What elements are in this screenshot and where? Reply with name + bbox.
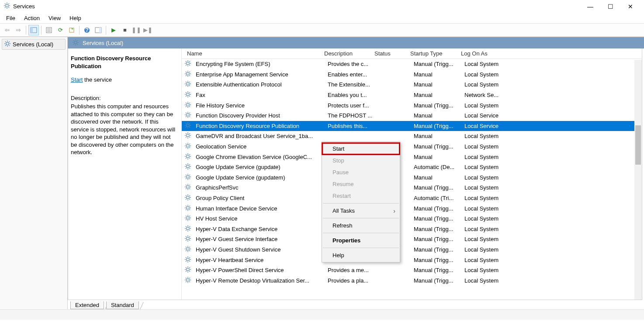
service-name: Hyper-V Heartbeat Service	[193, 256, 325, 264]
service-status	[375, 73, 411, 75]
service-row[interactable]: Function Discovery Provider HostThe FDPH…	[182, 110, 642, 121]
service-name: Hyper-V Guest Service Interface	[193, 235, 325, 243]
close-button[interactable]: ✕	[620, 0, 641, 13]
service-row[interactable]: File History ServiceProtects user f...Ma…	[182, 100, 642, 110]
col-status[interactable]: Status	[372, 49, 408, 58]
service-name: HV Host Service	[193, 214, 325, 223]
pause-service-button[interactable]: ❚❚	[131, 25, 142, 35]
ctx-all-tasks[interactable]: All Tasks	[322, 205, 400, 217]
back-button[interactable]: ⇦	[2, 25, 12, 35]
refresh-button[interactable]: ⟳	[55, 25, 66, 35]
service-row[interactable]: Hyper-V Heartbeat ServiceMonitors the ..…	[182, 255, 642, 265]
properties-button[interactable]	[44, 25, 54, 35]
service-row[interactable]: Encrypting File System (EFS)Provides the…	[182, 59, 642, 69]
gear-icon	[184, 245, 191, 254]
service-row[interactable]: Hyper-V PowerShell Direct ServiceProvide…	[182, 265, 642, 276]
tab-extended[interactable]: Extended	[70, 301, 104, 309]
minimize-button[interactable]: —	[580, 0, 600, 13]
service-desc: Provides a me...	[325, 266, 375, 274]
service-status	[375, 280, 411, 281]
gear-icon	[184, 256, 191, 264]
service-logon: Local System	[462, 101, 514, 110]
help-button[interactable]: ?	[82, 25, 92, 35]
gear-icon	[184, 225, 191, 233]
description-pane: Function Discovery Resource Publication …	[68, 48, 182, 300]
service-row[interactable]: Group Policy ClientgAutomatic (Tri...Loc…	[182, 193, 642, 204]
service-row[interactable]: GraphicsPerfSvcManual (Trigg...Local Sys…	[182, 183, 642, 193]
forward-button[interactable]: ⇨	[13, 25, 24, 35]
restart-service-button[interactable]: ▶❚	[142, 25, 153, 35]
start-service-button[interactable]: ▶	[108, 25, 119, 35]
ctx-resume: Resume	[322, 178, 400, 190]
menu-help[interactable]: Help	[65, 14, 86, 22]
service-row[interactable]: FaxEnables you t...ManualNetwork Se...	[182, 90, 642, 100]
service-name: Human Interface Device Service	[193, 204, 325, 213]
maximize-button[interactable]: ☐	[600, 0, 620, 13]
col-name[interactable]: Name	[182, 49, 322, 58]
service-name: Hyper-V Remote Desktop Virtualization Se…	[193, 276, 325, 285]
svg-rect-10	[31, 28, 33, 33]
gear-icon	[184, 163, 191, 171]
menu-file[interactable]: File	[2, 14, 20, 22]
ctx-properties[interactable]: Properties	[322, 235, 400, 246]
ctx-refresh[interactable]: Refresh	[322, 220, 400, 231]
show-hide-tree-button[interactable]	[28, 25, 39, 35]
stop-service-button[interactable]: ■	[120, 25, 130, 35]
view-tabs: Extended Standard	[68, 300, 644, 309]
service-startup: Manual (Trigg...	[411, 225, 462, 233]
service-row[interactable]: Function Discovery Resource PublicationP…	[182, 121, 642, 131]
start-link[interactable]: Start	[71, 76, 83, 83]
scroll-thumb[interactable]	[635, 125, 641, 165]
menu-action[interactable]: Action	[20, 14, 44, 22]
service-row[interactable]: Google Update Service (gupdatem)ManualLo…	[182, 173, 642, 183]
service-startup: Manual (Trigg...	[411, 142, 462, 151]
ctx-help[interactable]: Help	[322, 249, 400, 261]
description-body: Publishes this computer and resources at…	[71, 103, 177, 156]
show-hide-action-button[interactable]	[93, 25, 104, 35]
service-status	[375, 104, 411, 106]
service-row[interactable]: Enterprise App Management ServiceEnables…	[182, 69, 642, 80]
ctx-start[interactable]: Start	[322, 143, 400, 155]
service-row[interactable]: Hyper-V Guest Shutdown ServiceManual (Tr…	[182, 245, 642, 255]
service-row[interactable]: Human Interface Device ServiceManual (Tr…	[182, 203, 642, 214]
vertical-scrollbar[interactable]	[634, 60, 642, 300]
service-row[interactable]: Extensible Authentication ProtocolThe Ex…	[182, 79, 642, 90]
service-startup: Automatic (De...	[411, 163, 462, 171]
window-title: Services	[13, 3, 580, 10]
service-row[interactable]: Google Update Service (gupdate)Automatic…	[182, 162, 642, 173]
export-button[interactable]	[66, 25, 77, 35]
description-heading: Description:	[71, 94, 177, 102]
service-row[interactable]: Hyper-V Data Exchange ServiceManual (Tri…	[182, 224, 642, 235]
gear-icon	[184, 173, 191, 182]
gear-icon	[184, 266, 191, 274]
tree-root-label: Services (Local)	[13, 41, 53, 48]
tree-root[interactable]: Services (Local)	[2, 39, 66, 50]
service-row[interactable]: Geolocation ServicegManual (Trigg...Loca…	[182, 142, 642, 152]
service-logon: Local System	[462, 163, 514, 171]
service-row[interactable]: Google Chrome Elevation Service (GoogleC…	[182, 152, 642, 162]
col-startup[interactable]: Startup Type	[408, 49, 458, 58]
service-startup: Manual (Trigg...	[411, 60, 462, 68]
col-logon[interactable]: Log On As	[458, 49, 511, 58]
gear-icon	[184, 194, 191, 202]
service-startup: Manual (Trigg...	[411, 276, 462, 285]
service-row[interactable]: HV Host ServiceManual (Trigg...Local Sys…	[182, 214, 642, 224]
service-desc: Provides a pla...	[325, 276, 375, 285]
service-logon: Local System	[462, 173, 514, 182]
service-startup: Manual (Trigg...	[411, 256, 462, 264]
gear-icon	[184, 183, 191, 192]
tab-standard[interactable]: Standard	[106, 301, 139, 309]
service-logon: Local System	[462, 153, 514, 161]
service-startup: Manual	[411, 70, 462, 79]
service-row[interactable]: GameDVR and Broadcast User Service_1ba..…	[182, 131, 642, 142]
service-row[interactable]: Hyper-V Guest Service InterfaceManual (T…	[182, 234, 642, 245]
service-logon: Local System	[462, 183, 514, 192]
gear-icon	[184, 235, 191, 243]
service-status	[375, 84, 411, 86]
service-row[interactable]: Hyper-V Remote Desktop Virtualization Se…	[182, 275, 642, 286]
col-description[interactable]: Description	[322, 49, 372, 58]
menu-view[interactable]: View	[44, 14, 65, 22]
service-desc	[325, 135, 375, 137]
service-name: GraphicsPerfSvc	[193, 183, 325, 192]
service-logon: Local Service	[462, 111, 514, 120]
